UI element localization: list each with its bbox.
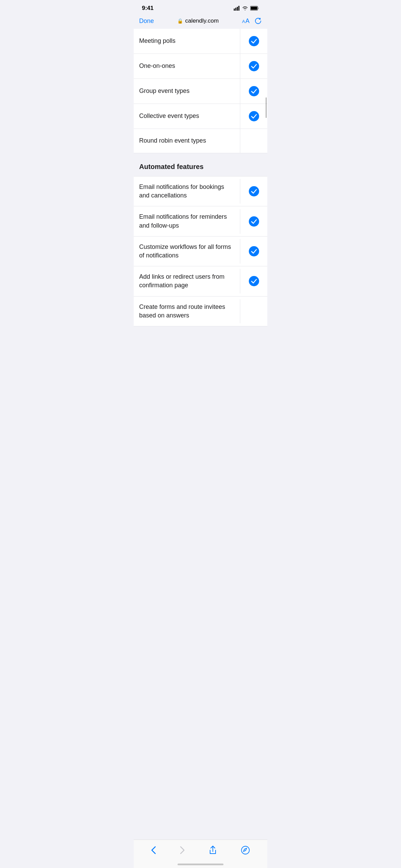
reload-icon[interactable]: [254, 17, 262, 25]
wifi-icon: [242, 6, 248, 11]
row-check-email-bookings: [240, 179, 267, 204]
check-icon: [248, 246, 259, 257]
row-label-one-on-ones: One-on-ones: [134, 55, 240, 77]
battery-icon: [250, 6, 259, 11]
svg-point-8: [249, 86, 259, 96]
row-check-create-forms: [240, 299, 267, 323]
row-add-links: Add links or redirect users from confirm…: [134, 266, 267, 296]
status-bar: 9:41: [134, 0, 267, 14]
feature-rows-top: Meeting polls One-on-ones Group event ty…: [134, 29, 267, 153]
browser-url: 🔒 calendly.com: [177, 17, 219, 24]
row-check-one-on-ones: [240, 54, 267, 79]
row-meeting-polls: Meeting polls: [134, 29, 267, 54]
automated-features-title: Automated features: [139, 163, 204, 170]
check-icon: [248, 86, 259, 97]
row-check-add-links: [240, 269, 267, 293]
row-check-email-reminders: [240, 209, 267, 234]
status-time: 9:41: [142, 5, 154, 12]
check-icon: [248, 216, 259, 227]
svg-point-10: [249, 186, 259, 196]
text-size-button[interactable]: AA: [242, 17, 250, 25]
row-label-group-event-types: Group event types: [134, 80, 240, 102]
row-label-add-links: Add links or redirect users from confirm…: [134, 266, 240, 296]
svg-point-6: [249, 36, 259, 46]
row-customize-workflows: Customize workflows for all forms of not…: [134, 237, 267, 266]
row-collective-event-types: Collective event types: [134, 104, 267, 129]
svg-point-13: [249, 276, 259, 286]
row-check-meeting-polls: [240, 29, 267, 53]
row-one-on-ones: One-on-ones: [134, 54, 267, 79]
row-email-bookings: Email notifications for bookings and can…: [134, 177, 267, 206]
browser-bar: Done 🔒 calendly.com AA: [134, 14, 267, 29]
check-icon: [248, 276, 259, 287]
row-label-create-forms: Create forms and route invitees based on…: [134, 297, 240, 326]
automated-feature-rows: Email notifications for bookings and can…: [134, 177, 267, 326]
signal-icon: [234, 6, 240, 11]
svg-rect-0: [234, 9, 235, 11]
automated-features-section-header: Automated features: [134, 153, 267, 177]
check-icon: [248, 36, 259, 47]
check-icon: [248, 186, 259, 197]
row-check-customize-workflows: [240, 239, 267, 264]
row-label-meeting-polls: Meeting polls: [134, 30, 240, 52]
row-label-customize-workflows: Customize workflows for all forms of not…: [134, 237, 240, 266]
row-round-robin-event-types: Round robin event types: [134, 129, 267, 153]
row-create-forms: Create forms and route invitees based on…: [134, 297, 267, 326]
row-label-email-reminders: Email notifications for reminders and fo…: [134, 206, 240, 236]
svg-point-7: [249, 61, 259, 71]
row-check-group-event-types: [240, 79, 267, 104]
svg-rect-1: [235, 8, 236, 11]
svg-point-11: [249, 216, 259, 227]
row-email-reminders: Email notifications for reminders and fo…: [134, 206, 267, 236]
svg-point-12: [249, 246, 259, 256]
svg-rect-3: [239, 6, 240, 11]
url-text: calendly.com: [185, 17, 219, 24]
row-label-collective-event-types: Collective event types: [134, 105, 240, 127]
svg-rect-2: [237, 7, 238, 11]
row-label-email-bookings: Email notifications for bookings and can…: [134, 177, 240, 206]
status-icons: [234, 6, 259, 11]
check-icon: [248, 111, 259, 122]
svg-rect-5: [251, 7, 257, 10]
browser-actions: AA: [242, 17, 262, 25]
lock-icon: 🔒: [177, 18, 183, 24]
row-label-round-robin-event-types: Round robin event types: [134, 130, 240, 152]
done-button[interactable]: Done: [139, 17, 154, 25]
check-icon: [248, 61, 259, 72]
row-check-round-robin-event-types: [240, 129, 267, 153]
row-check-collective-event-types: [240, 104, 267, 129]
row-group-event-types: Group event types: [134, 79, 267, 104]
scroll-indicator: [266, 97, 267, 118]
content-area: Meeting polls One-on-ones Group event ty…: [134, 29, 267, 326]
svg-point-9: [249, 111, 259, 121]
